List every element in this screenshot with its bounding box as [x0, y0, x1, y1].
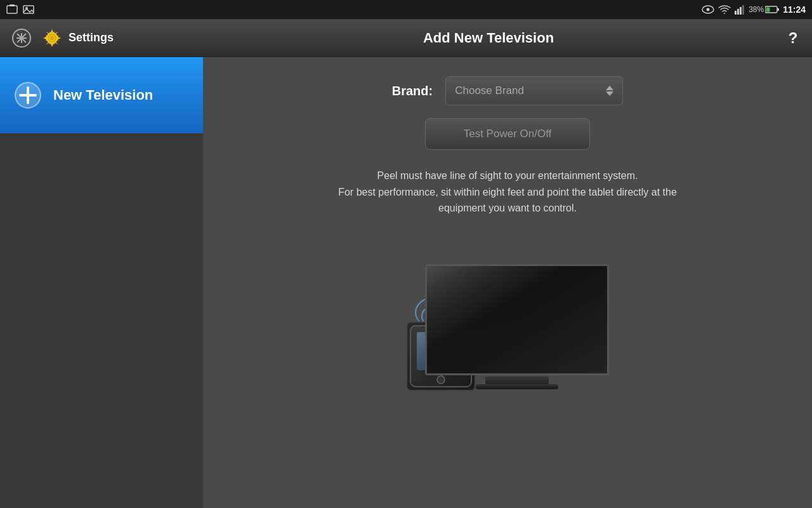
nav-right: ?	[774, 27, 812, 50]
help-button[interactable]: ?	[782, 27, 804, 50]
television-device	[425, 264, 609, 388]
sidebar-item-new-television[interactable]: New Television	[0, 57, 203, 133]
svg-rect-12	[766, 8, 770, 12]
battery-indicator: 38%	[749, 5, 779, 14]
settings-section[interactable]: Settings	[41, 27, 114, 50]
status-bar-right: 38% 11:24	[702, 4, 806, 15]
eye-icon	[702, 5, 714, 14]
arrow-down-icon	[606, 91, 613, 96]
instructions-line1: Peel must have line of sight to your ent…	[377, 170, 638, 181]
signal-icon	[735, 4, 745, 15]
svg-rect-8	[740, 7, 742, 15]
brand-label: Brand:	[392, 84, 433, 98]
brand-dropdown[interactable]: Choose Brand	[445, 76, 623, 105]
screenshot-icon	[6, 4, 18, 15]
time-display: 11:24	[783, 4, 806, 15]
status-bar: 38% 11:24	[0, 0, 812, 19]
nav-bar: Settings Add New Television ?	[0, 19, 812, 57]
page-title: Add New Television	[423, 30, 554, 46]
svg-rect-6	[735, 11, 737, 15]
svg-point-5	[707, 8, 710, 11]
svg-rect-2	[23, 6, 34, 13]
tv-screen	[425, 264, 609, 375]
brand-row: Brand: Choose Brand	[392, 76, 623, 105]
home-button[interactable]	[10, 27, 33, 50]
tv-illustration	[387, 236, 628, 401]
svg-point-20	[50, 36, 55, 40]
battery-icon	[765, 6, 779, 13]
svg-rect-11	[777, 8, 779, 11]
wifi-icon	[718, 4, 731, 15]
nav-left: Settings	[0, 27, 203, 50]
sidebar: New Television	[0, 57, 203, 508]
svg-rect-29	[427, 266, 607, 373]
dropdown-arrows	[606, 86, 613, 96]
nav-center: Add New Television	[203, 30, 774, 46]
settings-label: Settings	[69, 31, 114, 44]
instructions-line2: For best performance, sit within eight f…	[338, 187, 677, 214]
svg-rect-28	[427, 266, 607, 373]
test-power-button[interactable]: Test Power On/Off	[425, 118, 590, 150]
svg-rect-1	[10, 4, 15, 6]
add-icon	[13, 80, 43, 110]
sidebar-item-label: New Television	[53, 87, 153, 104]
status-bar-left	[6, 4, 34, 15]
brand-select-value: Choose Brand	[455, 84, 524, 97]
tv-base	[476, 384, 558, 389]
main-content: New Television Brand: Choose Brand Test …	[0, 57, 812, 508]
tv-stand	[485, 377, 549, 384]
svg-rect-0	[7, 6, 17, 13]
battery-percent: 38%	[749, 5, 764, 14]
content-panel: Brand: Choose Brand Test Power On/Off Pe…	[203, 57, 812, 508]
test-button-label: Test Power On/Off	[464, 128, 552, 140]
arrow-up-icon	[606, 86, 613, 90]
svg-rect-9	[742, 5, 744, 15]
settings-gear-icon	[41, 27, 63, 50]
image-icon	[23, 4, 34, 15]
svg-rect-7	[737, 9, 739, 15]
instructions-text: Peel must have line of sight to your ent…	[324, 168, 691, 217]
